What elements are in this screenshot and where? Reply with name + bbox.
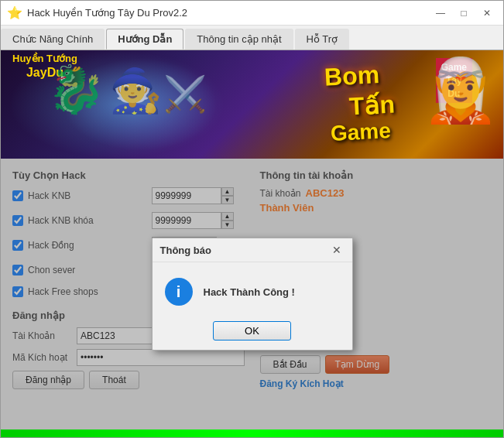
dialog-info-icon: i [165, 278, 193, 306]
banner-char2: 🧙 [109, 66, 163, 116]
banner-char1: 🐉 [47, 62, 105, 117]
tab-chuc-nang-chinh[interactable]: Chức Năng Chính [1, 29, 105, 50]
main-window: ⭐ Hack Huyền Tướng Tây Du Prov2.2 — □ ✕ … [0, 0, 504, 438]
dialog-footer: OK [153, 315, 352, 350]
dialog-overlay: Thông báo ✕ i Hack Thành Công ! OK [1, 159, 503, 429]
dialog-close-button[interactable]: ✕ [329, 243, 345, 257]
title-bar: ⭐ Hack Huyền Tướng Tây Du Prov2.2 — □ ✕ [1, 1, 503, 26]
tab-bar: Chức Năng Chính Hướng Dẫn Thông tin cập … [1, 26, 503, 50]
dialog-title: Thông báo [160, 245, 211, 256]
banner-char-right: 🧝 [422, 54, 499, 127]
window-title: Hack Huyền Tướng Tây Du Prov2.2 [27, 7, 430, 19]
status-bar [1, 429, 503, 437]
main-content: Tùy Chọn Hack Hack KNB ▲ ▼ [1, 159, 503, 429]
window-controls: — □ ✕ [430, 5, 497, 21]
tab-ho-tro[interactable]: Hỗ Trợ [295, 29, 350, 50]
app-icon: ⭐ [7, 5, 22, 20]
maximize-button[interactable]: □ [454, 5, 474, 21]
minimize-button[interactable]: — [430, 5, 451, 21]
tab-thong-tin-cap-nhat[interactable]: Thông tin cập nhật [185, 29, 293, 50]
dialog-body: i Hack Thành Công ! [153, 262, 352, 315]
dialog-ok-button[interactable]: OK [213, 321, 291, 340]
banner-tan: Tấn [348, 89, 396, 121]
thong-bao-dialog: Thông báo ✕ i Hack Thành Công ! OK [152, 238, 353, 351]
dialog-title-bar: Thông báo ✕ [153, 238, 352, 262]
banner-bom: Bom [324, 60, 380, 92]
banner-char3: ⚔️ [163, 74, 207, 115]
dialog-message: Hack Thành Công ! [204, 286, 295, 298]
banner: Huyền Tướng JayDu 🐉 🧙 ⚔️ Bom Tấn Game Ga… [1, 50, 503, 159]
close-button[interactable]: ✕ [477, 5, 497, 21]
banner-game-label: Game [330, 118, 391, 146]
tab-huong-dan[interactable]: Hướng Dẫn [106, 29, 183, 50]
